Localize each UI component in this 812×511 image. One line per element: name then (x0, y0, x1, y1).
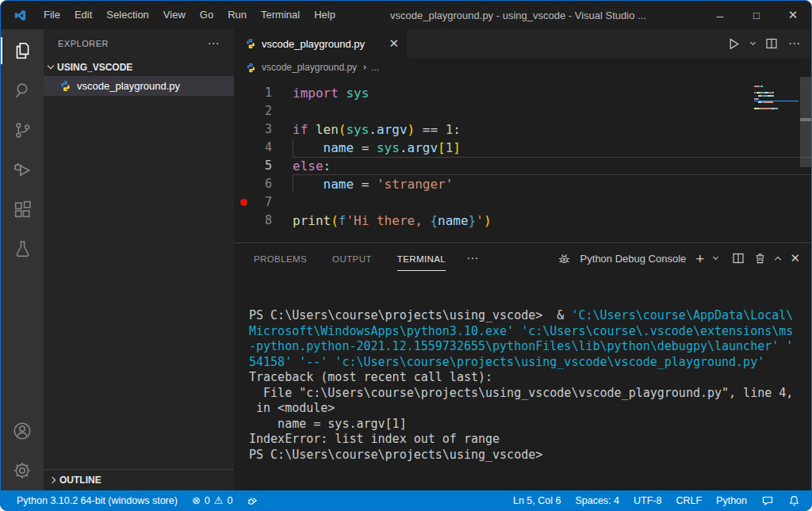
terminal-line: in <module> (249, 401, 811, 417)
maximize-panel-icon[interactable] (775, 256, 781, 262)
bottom-panel: PROBLEMSOUTPUTTERMINAL ⋯ Python Debug Co… (234, 242, 811, 490)
breadcrumb-file[interactable]: vscode_playground.py (262, 62, 357, 73)
terminal-dropdown-icon[interactable] (713, 254, 718, 260)
breakpoint-dot[interactable] (240, 199, 247, 206)
terminal-line: PS C:\Users\course\projects\using_vscode… (249, 308, 811, 324)
sidebar-item-testing[interactable] (1, 229, 44, 269)
minimap-line (754, 107, 799, 110)
feedback-icon[interactable] (761, 494, 774, 507)
debugpy-status[interactable] (247, 494, 259, 506)
sidebar-item-run-debug[interactable] (1, 150, 44, 189)
source-control-icon (13, 120, 33, 140)
menu-item-view[interactable]: View (156, 1, 193, 29)
scrollbar-slider[interactable] (800, 77, 811, 167)
more-actions-icon[interactable]: ⋯ (466, 251, 478, 265)
menu-item-run[interactable]: Run (220, 1, 254, 29)
breakpoint-gutter[interactable] (234, 212, 253, 230)
breadcrumb: vscode_playground.py ... (234, 58, 811, 77)
sidebar-item-extensions[interactable] (1, 189, 44, 229)
search-icon (13, 81, 33, 101)
kill-terminal-icon[interactable] (754, 252, 766, 265)
more-actions-icon[interactable]: ⋯ (788, 36, 800, 51)
editor-scrollbar[interactable] (800, 77, 811, 242)
vscode-window: FileEditSelectionViewGoRunTerminalHelp v… (0, 0, 812, 511)
bug-icon (557, 252, 571, 265)
language-mode-status[interactable]: Python (716, 495, 747, 506)
file-item-label: vscode_playground.py (77, 80, 180, 92)
breakpoint-gutter[interactable] (234, 102, 253, 120)
more-actions-icon[interactable]: ⋯ (208, 36, 220, 51)
code-line-content: print(f'Hi there, {name}') (293, 212, 811, 230)
python-interpreter-status[interactable]: Python 3.10.2 64-bit (windows store) (17, 495, 178, 506)
line-number: 8 (253, 212, 272, 230)
split-terminal-icon[interactable] (732, 252, 745, 265)
breakpoint-gutter[interactable] (234, 139, 253, 157)
menu-item-go[interactable]: Go (193, 1, 220, 29)
terminal-line: Microsoft\WindowsApps\python3.10.exe' 'c… (249, 324, 811, 340)
run-button[interactable] (727, 37, 741, 51)
breakpoint-gutter[interactable] (234, 84, 253, 102)
sidebar-item-search[interactable] (1, 71, 44, 110)
run-dropdown-icon[interactable] (750, 40, 756, 45)
code-line-content: name = 'stranger' (293, 175, 811, 193)
code-editor[interactable]: 1import sys23if len(sys.argv) == 1:4 nam… (234, 77, 811, 242)
tab-close-icon[interactable]: ✕ (389, 36, 399, 51)
gear-icon (12, 460, 33, 481)
account-icon (12, 421, 33, 441)
split-editor-icon[interactable] (765, 37, 778, 50)
line-number: 6 (253, 175, 272, 193)
new-terminal-icon[interactable]: + (695, 251, 704, 266)
scrollbar-decoration (800, 118, 811, 121)
breakpoint-gutter[interactable] (234, 120, 253, 139)
panel-tabs: PROBLEMSOUTPUTTERMINAL (254, 246, 446, 271)
cursor-position-status[interactable]: Ln 5, Col 6 (513, 495, 561, 506)
terminal-line: Traceback (most recent call last): (249, 370, 811, 386)
status-bar: Python 3.10.2 64-bit (windows store) ⊗ 0… (1, 490, 811, 510)
code-line-content (293, 193, 811, 212)
panel-tab-problems[interactable]: PROBLEMS (254, 246, 307, 271)
menu-bar: FileEditSelectionViewGoRunTerminalHelp (36, 1, 343, 29)
breakpoint-marker[interactable] (234, 193, 253, 212)
indentation-status[interactable]: Spaces: 4 (575, 495, 619, 506)
problems-status[interactable]: ⊗ 0 ⚠ 0 (192, 494, 232, 506)
sidebar-title: EXPLORER (58, 39, 109, 48)
menu-item-selection[interactable]: Selection (99, 1, 155, 29)
menu-item-edit[interactable]: Edit (67, 1, 99, 29)
notifications-bell-icon[interactable] (788, 494, 800, 507)
minimap[interactable] (754, 85, 799, 110)
breakpoint-gutter[interactable] (234, 157, 253, 175)
eol-status[interactable]: CRLF (676, 495, 702, 506)
minimize-icon[interactable]: – (702, 1, 738, 29)
close-icon[interactable]: ✕ (775, 1, 811, 29)
menu-item-terminal[interactable]: Terminal (254, 1, 307, 29)
close-panel-icon[interactable]: ✕ (790, 251, 800, 265)
terminal-line: -python.python-2021.12.1559732655\python… (249, 339, 811, 355)
terminal-line: 54158' '--' 'c:\Users\course\projects\us… (249, 355, 811, 371)
code-line-5: 5else: (234, 157, 811, 175)
menu-item-file[interactable]: File (36, 1, 67, 29)
outline-section-header[interactable]: OUTLINE (44, 469, 234, 490)
panel-tab-terminal[interactable]: TERMINAL (397, 246, 446, 271)
tab-vscode-playground[interactable]: vscode_playground.py ✕ (234, 29, 407, 58)
breadcrumb-symbol[interactable]: ... (371, 62, 379, 73)
vscode-logo-icon (13, 9, 27, 22)
sidebar-item-explorer[interactable] (1, 31, 44, 71)
menu-item-help[interactable]: Help (307, 1, 343, 29)
breakpoint-gutter[interactable] (234, 175, 253, 193)
settings-button[interactable] (1, 451, 44, 490)
code-line-2: 2 (234, 102, 811, 120)
file-item-vscode-playground[interactable]: vscode_playground.py (44, 76, 234, 96)
terminal-selector-label[interactable]: Python Debug Console (580, 253, 687, 265)
sidebar-item-source-control[interactable] (1, 110, 44, 150)
folder-section-header[interactable]: USING_VSCODE (44, 58, 234, 76)
terminal-output[interactable]: PS C:\Users\course\projects\using_vscode… (234, 273, 811, 490)
titlebar: FileEditSelectionViewGoRunTerminalHelp v… (1, 1, 811, 29)
maximize-icon[interactable]: □ (738, 1, 775, 29)
activity-bar (1, 29, 44, 490)
account-button[interactable] (1, 411, 44, 451)
window-controls: – □ ✕ (702, 1, 811, 29)
panel-tab-output[interactable]: OUTPUT (332, 246, 372, 271)
encoding-status[interactable]: UTF-8 (634, 495, 661, 506)
code-line-3: 3if len(sys.argv) == 1: (234, 120, 811, 139)
debug-icon (12, 159, 33, 180)
